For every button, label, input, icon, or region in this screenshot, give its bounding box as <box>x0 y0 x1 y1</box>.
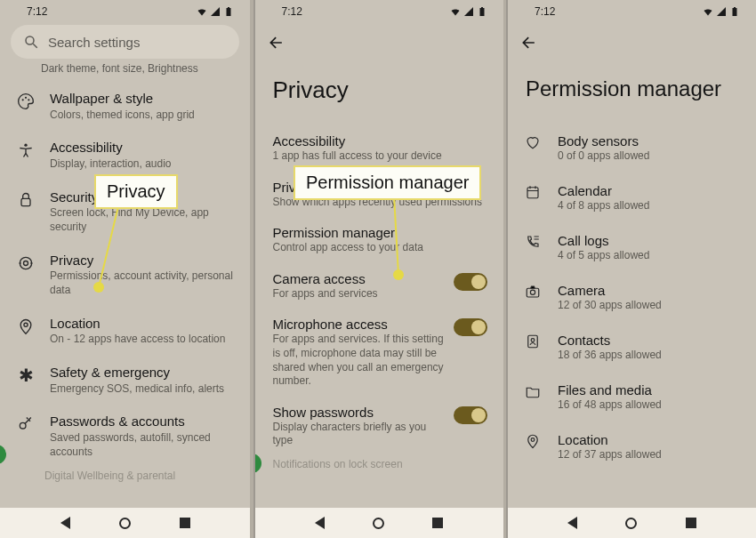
status-bar: 7:12 <box>255 0 503 20</box>
faded-row: Notifications on lock screen <box>255 456 503 472</box>
palette-icon <box>16 91 36 110</box>
svg-point-4 <box>28 99 29 100</box>
svg-point-15 <box>531 339 535 342</box>
microphone-toggle[interactable] <box>454 318 487 336</box>
permission-camera[interactable]: Camera12 of 30 apps allowed <box>508 272 756 322</box>
wifi-icon <box>197 6 207 17</box>
nav-back[interactable] <box>60 517 70 529</box>
wifi-icon <box>703 6 713 17</box>
search-icon <box>23 34 39 50</box>
svg-point-16 <box>531 438 535 442</box>
search-placeholder: Search settings <box>48 35 140 50</box>
permission-call-logs[interactable]: Call logs4 of 5 apps allowed <box>508 222 756 272</box>
privacy-item-camera-access[interactable]: Camera accessFor apps and services <box>255 263 503 309</box>
svg-point-2 <box>22 99 24 100</box>
svg-point-7 <box>20 257 31 269</box>
nav-home[interactable] <box>373 518 384 529</box>
status-time: 7:12 <box>282 5 302 18</box>
permission-calendar[interactable]: Calendar4 of 8 apps allowed <box>508 173 756 222</box>
nav-bar <box>0 508 250 538</box>
location-icon <box>16 316 36 335</box>
permission-files[interactable]: Files and media16 of 48 apps allowed <box>508 372 756 422</box>
key-icon <box>16 414 36 433</box>
screen-settings: 7:12 Search settings Dark theme, font si… <box>0 0 250 538</box>
accessibility-icon <box>16 140 36 159</box>
faded-row: Digital Wellbeing & parental <box>0 468 250 484</box>
svg-point-9 <box>24 323 28 326</box>
back-arrow-icon[interactable] <box>268 34 286 52</box>
nav-bar <box>255 508 503 538</box>
svg-point-13 <box>530 290 535 294</box>
nav-recent[interactable] <box>686 518 696 528</box>
settings-item-wallpaper[interactable]: Wallpaper & styleColors, themed icons, a… <box>0 82 250 131</box>
camera-toggle[interactable] <box>454 273 487 291</box>
camera-icon <box>524 283 542 300</box>
cutoff-text: Dark theme, font size, Brightness <box>0 62 250 82</box>
lock-icon <box>16 189 36 209</box>
settings-item-accessibility[interactable]: AccessibilityDisplay, interaction, audio <box>0 131 250 180</box>
search-settings[interactable]: Search settings <box>11 25 239 59</box>
wifi-icon <box>450 6 461 17</box>
status-icons <box>450 6 487 17</box>
privacy-item-permission-manager[interactable]: Permission managerControl app access to … <box>255 217 503 263</box>
callout-dot <box>393 269 404 280</box>
privacy-item-microphone-access[interactable]: Microphone accessFor apps and services. … <box>255 309 503 396</box>
battery-icon <box>477 6 487 17</box>
status-bar: 7:12 <box>0 0 250 20</box>
permission-body-sensors[interactable]: Body sensors0 of 0 apps allowed <box>508 123 756 173</box>
nav-bar <box>508 508 756 538</box>
permission-location[interactable]: Location12 of 37 apps allowed <box>508 422 756 471</box>
status-icons <box>197 6 234 17</box>
svg-rect-11 <box>527 188 538 198</box>
nav-home[interactable] <box>119 518 131 529</box>
svg-point-0 <box>26 36 34 44</box>
folder-icon <box>524 382 542 399</box>
status-icons <box>703 6 740 17</box>
heart-icon <box>524 133 542 150</box>
privacy-item-accessibility[interactable]: Accessibility1 app has full access to yo… <box>255 125 503 172</box>
page-title: Permission manager <box>508 52 756 123</box>
callout-permission-manager: Permission manager <box>294 165 481 200</box>
settings-item-privacy[interactable]: PrivacyPermissions, account activity, pe… <box>0 244 250 307</box>
svg-point-8 <box>24 261 28 265</box>
nav-home[interactable] <box>625 518 637 529</box>
page-title: Privacy <box>255 52 503 125</box>
calendar-icon <box>524 183 542 200</box>
signal-icon <box>210 6 221 17</box>
status-time: 7:12 <box>535 5 555 18</box>
status-time: 7:12 <box>27 5 47 18</box>
phone-log-icon <box>524 233 542 250</box>
settings-item-safety[interactable]: ✱ Safety & emergencyEmergency SOS, medic… <box>0 356 250 405</box>
show-passwords-toggle[interactable] <box>454 406 487 424</box>
svg-point-10 <box>20 423 26 430</box>
emergency-icon: ✱ <box>16 365 36 384</box>
svg-rect-6 <box>21 198 30 205</box>
callout-privacy: Privacy <box>94 174 178 209</box>
battery-icon <box>223 6 234 17</box>
contacts-icon <box>524 333 542 349</box>
settings-item-passwords[interactable]: Passwords & accountsSaved passwords, aut… <box>0 405 250 468</box>
nav-back[interactable] <box>315 517 325 529</box>
privacy-icon <box>16 253 36 272</box>
battery-icon <box>729 6 740 17</box>
status-bar: 7:12 <box>508 0 756 20</box>
svg-line-1 <box>33 44 37 48</box>
permission-contacts[interactable]: Contacts18 of 36 apps allowed <box>508 322 756 372</box>
signal-icon <box>716 6 727 17</box>
nav-back[interactable] <box>567 517 577 529</box>
callout-dot <box>93 282 104 293</box>
svg-point-3 <box>25 97 27 99</box>
privacy-item-show-passwords[interactable]: Show passwordsDisplay characters briefly… <box>255 397 503 456</box>
back-arrow-icon[interactable] <box>520 34 538 52</box>
nav-recent[interactable] <box>432 518 443 528</box>
settings-item-location[interactable]: LocationOn - 12 apps have access to loca… <box>0 307 250 356</box>
nav-recent[interactable] <box>180 518 190 528</box>
screen-privacy: 7:12 Privacy Accessibility1 app has full… <box>253 0 503 538</box>
signal-icon <box>463 6 474 17</box>
svg-point-5 <box>24 144 27 147</box>
screen-permission-manager: 7:12 Permission manager Body sensors0 of… <box>506 0 756 538</box>
location-icon <box>524 432 542 449</box>
